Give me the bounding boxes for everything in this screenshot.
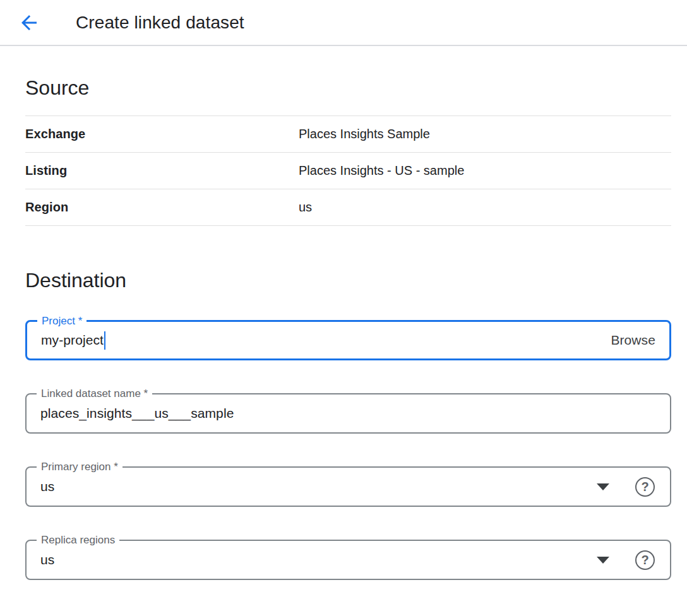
source-section: Source Exchange Places Insights Sample L… — [25, 75, 671, 226]
chevron-down-icon[interactable] — [597, 557, 609, 564]
page-title: Create linked dataset — [76, 13, 244, 33]
destination-heading: Destination — [25, 268, 671, 293]
project-field[interactable]: Project * my-project Browse — [25, 320, 671, 360]
table-row-listing: Listing Places Insights - US - sample — [25, 153, 671, 189]
dataset-name-field-label: Linked dataset name * — [37, 388, 152, 400]
row-label: Region — [25, 200, 299, 215]
primary-region-value-area[interactable]: us — [27, 479, 597, 494]
chevron-down-icon[interactable] — [597, 483, 609, 490]
dataset-name-input-value: places_insights___us___sample — [40, 406, 234, 421]
project-input-value: my-project — [41, 333, 104, 348]
dataset-name-field[interactable]: Linked dataset name * places_insights___… — [25, 393, 671, 434]
table-row-region: Region us — [25, 189, 671, 226]
row-value: Places Insights Sample — [299, 127, 430, 141]
primary-region-label: Primary region * — [37, 461, 122, 473]
destination-section: Destination Project * my-project Browse … — [25, 268, 671, 580]
browse-button[interactable]: Browse — [611, 333, 669, 348]
dataset-name-input[interactable]: places_insights___us___sample — [27, 406, 670, 421]
row-label: Exchange — [25, 127, 299, 141]
source-table: Exchange Places Insights Sample Listing … — [25, 116, 671, 226]
replica-regions-value-area[interactable]: us — [27, 552, 597, 567]
row-value: Places Insights - US - sample — [299, 163, 464, 178]
source-heading: Source — [25, 75, 671, 100]
help-icon[interactable]: ? — [635, 550, 655, 570]
project-field-label: Project * — [37, 315, 87, 328]
back-button[interactable] — [15, 9, 43, 37]
arrow-back-icon — [18, 11, 40, 34]
row-value: us — [299, 200, 312, 215]
project-input[interactable]: my-project — [27, 331, 611, 350]
primary-region-selected-value: us — [40, 479, 54, 494]
primary-region-select[interactable]: Primary region * us ? — [25, 466, 671, 507]
page-header: Create linked dataset — [0, 0, 687, 46]
replica-regions-select[interactable]: Replica regions us ? — [25, 540, 671, 580]
replica-regions-selected-value: us — [40, 552, 54, 567]
row-label: Listing — [25, 163, 299, 178]
text-caret — [104, 331, 105, 350]
table-row-exchange: Exchange Places Insights Sample — [25, 116, 671, 153]
help-icon[interactable]: ? — [635, 477, 655, 497]
main-content: Source Exchange Places Insights Sample L… — [0, 75, 687, 580]
replica-regions-label: Replica regions — [37, 534, 119, 547]
